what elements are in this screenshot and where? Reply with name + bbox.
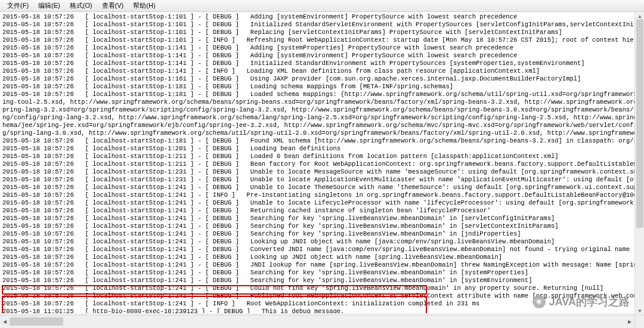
log-line: 2015-05-18 10:57:26 [ localhost-startSto… xyxy=(2,29,642,36)
log-line: 2015-05-18 10:57:26 [ localhost-startSto… xyxy=(2,60,642,67)
menu-edit[interactable]: 编辑(E) xyxy=(33,0,65,11)
wechat-icon: ✶ xyxy=(532,295,546,308)
log-line: 2015-05-18 10:57:26 [ localhost-startSto… xyxy=(2,261,642,269)
log-line: 2015-05-18 10:57:26 [ localhost-startSto… xyxy=(2,75,642,83)
menu-format[interactable]: 格式(O) xyxy=(65,0,97,11)
log-line: 2015-05-18 10:57:26 [ localhost-startSto… xyxy=(2,153,642,160)
log-line: 2015-05-18 10:57:26 [ localhost-startSto… xyxy=(2,184,642,191)
menu-file[interactable]: 文件(F) xyxy=(2,0,33,11)
log-line: ing-tool-2.5.xsd, http://www.springframe… xyxy=(2,98,642,106)
log-line: 2015-05-18 10:57:26 [ localhost-startSto… xyxy=(2,44,642,52)
log-line: 2015-05-18 10:57:26 [ localhost-startSto… xyxy=(2,13,642,21)
log-line: 2015-05-18 10:57:26 [ localhost-startSto… xyxy=(2,222,642,230)
log-text-area[interactable]: 2015-05-18 10:57:26 [ localhost-startSto… xyxy=(0,12,644,313)
menu-help[interactable]: 帮助(H) xyxy=(128,0,160,11)
log-line: 2015-05-18 10:57:26 [ localhost-startSto… xyxy=(2,199,642,207)
vertical-scroll-thumb[interactable] xyxy=(636,19,643,228)
log-line: 2015-05-18 10:57:26 [ localhost-startSto… xyxy=(2,238,642,246)
scroll-down-arrow-icon[interactable]: ▼ xyxy=(636,307,644,315)
log-line: 2015-05-18 10:57:26 [ localhost-startSto… xyxy=(2,277,642,284)
menu-bar: 文件(F) 编辑(E) 格式(O) 查看(V) 帮助(H) xyxy=(0,0,644,12)
horizontal-scrollbar[interactable]: ◀ ▶ xyxy=(0,315,634,328)
vertical-scrollbar[interactable]: ▲ ▼ xyxy=(634,12,644,315)
log-line: ng/config/spring-lang-3.2.xsd, http://ww… xyxy=(2,114,642,122)
watermark: ✶ JAVA的学习之路 xyxy=(532,295,630,309)
log-line: 2015-05-18 10:57:26 [ localhost-startSto… xyxy=(2,176,642,184)
log-line: 2015-05-18 10:57:26 [ localhost-startSto… xyxy=(2,191,642,199)
scroll-right-arrow-icon[interactable]: ▶ xyxy=(626,317,634,326)
log-line: 2015-05-18 10:57:26 [ localhost-startSto… xyxy=(2,145,642,153)
log-line: 2015-05-18 10:57:26 [ localhost-startSto… xyxy=(2,21,642,29)
log-line: 2015-05-18 10:57:26 [ localhost-startSto… xyxy=(2,253,642,261)
log-line: 2015-05-18 10:57:26 [ localhost-startSto… xyxy=(2,207,642,215)
log-line: pring-lang-3.2.xsd=org/springframework/s… xyxy=(2,106,642,114)
scroll-corner xyxy=(634,315,644,328)
menu-view[interactable]: 查看(V) xyxy=(97,0,129,11)
log-line: 2015-05-18 10:57:26 [ localhost-startSto… xyxy=(2,137,642,145)
log-line: 2015-05-18 10:57:26 [ localhost-startSto… xyxy=(2,91,642,98)
log-line: 2015-05-18 10:57:26 [ localhost-startSto… xyxy=(2,284,642,292)
log-line: 2015-05-18 10:57:26 [ localhost-startSto… xyxy=(2,246,642,253)
watermark-text: JAVA的学习之路 xyxy=(549,295,630,309)
log-line: 2015-05-18 10:57:26 [ localhost-startSto… xyxy=(2,160,642,168)
log-line: 2015-05-18 10:57:26 [ localhost-startSto… xyxy=(2,36,642,44)
scroll-left-arrow-icon[interactable]: ◀ xyxy=(1,317,9,326)
log-line: 2015-05-18 10:57:26 [ localhost-startSto… xyxy=(2,230,642,238)
log-line: 2015-05-18 10:57:26 [ localhost-startSto… xyxy=(2,67,642,75)
log-line: 2015-05-18 10:57:26 [ localhost-startSto… xyxy=(2,83,642,91)
log-line: hema/jee/spring-jee.xsd=org/springframew… xyxy=(2,122,642,129)
horizontal-scroll-thumb[interactable] xyxy=(10,317,63,326)
log-line: g/spring-lang-3.0.xsd, http://www.spring… xyxy=(2,129,642,137)
log-line: 2015-05-18 10:57:26 [ localhost-startSto… xyxy=(2,269,642,277)
log-line: 2015-05-18 10:57:26 [ localhost-startSto… xyxy=(2,52,642,60)
log-line: 2015-05-18 10:57:26 [ localhost-startSto… xyxy=(2,215,642,222)
log-line: 2015-05-18 10:57:26 [ localhost-startSto… xyxy=(2,168,642,176)
